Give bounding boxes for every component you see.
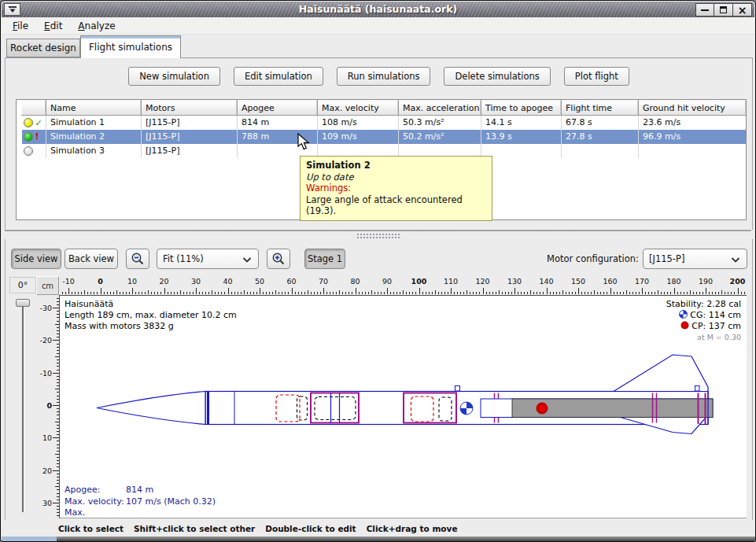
hint: Click to select bbox=[58, 524, 124, 533]
column-header-ground-hit-velocity[interactable]: Ground hit velocity bbox=[639, 101, 747, 116]
ruler-tick bbox=[253, 292, 254, 294]
column-header-motors[interactable]: Motors bbox=[142, 101, 238, 116]
flight-info-label: Max. velocity: bbox=[65, 496, 126, 508]
window-bottom-border bbox=[2, 536, 756, 542]
ruler-tick bbox=[731, 292, 732, 294]
menu-analyze[interactable]: Analyze bbox=[72, 19, 120, 33]
menubar: File Edit Analyze bbox=[2, 17, 754, 35]
ruler-tick bbox=[438, 292, 439, 294]
ruler-tick bbox=[658, 290, 658, 294]
ruler-tick bbox=[674, 288, 675, 294]
close-button[interactable]: × bbox=[733, 3, 752, 17]
menu-file[interactable]: File bbox=[7, 19, 34, 33]
zoom-out-button[interactable] bbox=[126, 249, 149, 269]
rotation-slider-track[interactable] bbox=[22, 301, 24, 512]
ruler-tick bbox=[154, 292, 155, 294]
side-view-button[interactable]: Side view bbox=[11, 249, 61, 269]
tab-rocket-design[interactable]: Rocket design bbox=[6, 39, 80, 57]
ruler-tick bbox=[104, 292, 105, 294]
new-simulation-button[interactable]: New simulation bbox=[128, 67, 220, 86]
column-header-flight-time[interactable]: Flight time bbox=[562, 101, 639, 116]
ruler-tick bbox=[725, 292, 725, 294]
ruler-tick bbox=[533, 292, 534, 294]
ruler-tick bbox=[448, 292, 448, 294]
ruler-tick bbox=[715, 292, 716, 294]
ruler-label: 160 bbox=[599, 277, 621, 286]
motor-configuration-select[interactable]: [J115-P] bbox=[643, 249, 747, 269]
ruler-tick bbox=[492, 292, 493, 294]
ruler-tick bbox=[53, 340, 59, 341]
rocket-dimensions: Length 189 cm, max. diameter 10.2 cm bbox=[65, 310, 237, 321]
ruler-tick bbox=[594, 290, 595, 294]
ruler-tick bbox=[160, 292, 161, 294]
ruler-tick bbox=[205, 292, 206, 294]
column-header-time-to-apogee[interactable]: Time to apogee bbox=[481, 101, 562, 116]
rotation-slider-thumb[interactable] bbox=[16, 299, 30, 307]
ruler-tick bbox=[680, 292, 681, 294]
table-row[interactable]: ✓Simulation 1[J115-P]814 m108 m/s50.3 m/… bbox=[22, 116, 747, 130]
ruler-tick bbox=[326, 292, 327, 294]
ruler-tick bbox=[110, 292, 111, 294]
ruler-tick bbox=[113, 292, 114, 294]
zoom-level-select[interactable]: Fit (11%) bbox=[157, 249, 259, 269]
column-header-max-velocity[interactable]: Max. velocity bbox=[318, 101, 399, 116]
ruler-tick bbox=[514, 288, 515, 294]
edit-simulation-button[interactable]: Edit simulation bbox=[234, 67, 323, 86]
table-cell: 67.8 s bbox=[562, 116, 639, 130]
ruler-tick bbox=[53, 373, 59, 374]
panel-splitter[interactable] bbox=[2, 230, 754, 239]
table-row[interactable]: !Simulation 2[J115-P]788 m109 m/s50.2 m/… bbox=[22, 130, 747, 144]
status-cell: ✓ bbox=[22, 116, 46, 130]
cp-marker-icon bbox=[537, 404, 547, 413]
rocket-canvas[interactable]: Haisunäätä Length 189 cm, max. diameter … bbox=[59, 295, 747, 518]
ruler-tick bbox=[314, 292, 315, 294]
hint: Click+drag to move bbox=[367, 524, 458, 533]
ruler-tick bbox=[381, 292, 382, 294]
column-header-max-acceleration[interactable]: Max. acceleration bbox=[399, 101, 481, 116]
plot-flight-button[interactable]: Plot flight bbox=[564, 67, 629, 86]
zoom-in-button[interactable] bbox=[267, 249, 290, 269]
ruler-tick bbox=[651, 292, 652, 294]
ruler-tick bbox=[470, 292, 470, 294]
table-cell: [J115-P] bbox=[142, 144, 238, 158]
stage-1-button[interactable]: Stage 1 bbox=[304, 249, 345, 269]
ruler-tick bbox=[196, 288, 197, 294]
ruler-tick bbox=[247, 292, 248, 294]
splitter-grip-icon[interactable] bbox=[356, 233, 400, 238]
rocket-info: Haisunäätä Length 189 cm, max. diameter … bbox=[65, 299, 237, 332]
ruler-tick bbox=[87, 292, 88, 294]
ruler-tick bbox=[460, 292, 461, 294]
back-view-button[interactable]: Back view bbox=[65, 249, 118, 269]
column-header-status[interactable] bbox=[22, 101, 46, 116]
ruler-tick bbox=[585, 292, 585, 294]
ruler-tick bbox=[463, 292, 464, 294]
ruler-label: 180 bbox=[663, 277, 685, 286]
cg-value: CG: 114 cm bbox=[690, 310, 741, 320]
ruler-tick bbox=[135, 292, 136, 294]
tab-flight-simulations[interactable]: Flight simulations bbox=[80, 35, 181, 58]
flight-simulations-panel: New simulation Edit simulation Run simul… bbox=[5, 57, 753, 230]
ruler-tick bbox=[617, 292, 618, 294]
minimize-button[interactable] bbox=[695, 3, 714, 17]
run-simulations-button[interactable]: Run simulations bbox=[337, 67, 431, 86]
column-header-name[interactable]: Name bbox=[46, 101, 142, 116]
status-mark-icon: ✓ bbox=[35, 118, 42, 128]
ruler-label: 90 bbox=[376, 277, 398, 286]
ruler-tick bbox=[238, 292, 238, 294]
hint: Double-click to edit bbox=[265, 524, 356, 533]
flight-info-value: 814 m bbox=[126, 485, 153, 495]
maximize-button[interactable] bbox=[714, 3, 733, 17]
menu-edit[interactable]: Edit bbox=[39, 19, 68, 33]
delete-simulations-button[interactable]: Delete simulations bbox=[444, 67, 550, 86]
rocket-view-panel: Side view Back view Fit (11%) bbox=[5, 239, 753, 520]
column-header-apogee[interactable]: Apogee bbox=[238, 101, 318, 116]
ruler-tick bbox=[352, 292, 352, 294]
ruler-tick bbox=[483, 288, 484, 294]
cg-marker-icon bbox=[460, 402, 473, 415]
table-cell bbox=[639, 144, 747, 158]
titlebar[interactable]: Haisunäätä (haisunaata.ork) × bbox=[2, 2, 754, 17]
ruler-tick bbox=[234, 292, 235, 294]
window-menu-icon[interactable] bbox=[4, 3, 20, 16]
ruler-tick bbox=[706, 288, 706, 294]
cp-line: CP: 137 cm bbox=[666, 321, 741, 332]
